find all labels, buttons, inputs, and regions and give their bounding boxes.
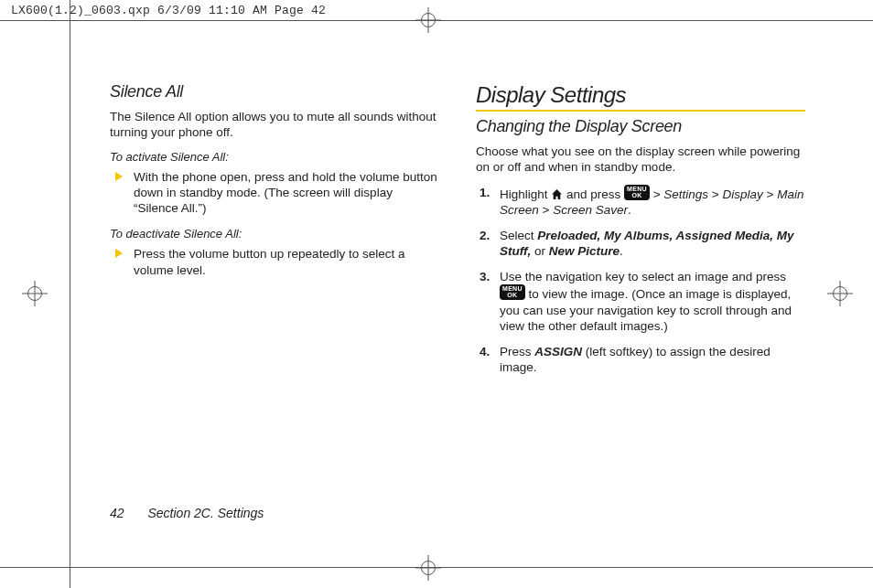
activate-step: With the phone open, press and hold the …	[110, 169, 439, 217]
col-right: Display Settings Changing the Display Sc…	[476, 82, 805, 385]
col-left: Silence All The Silence All option allow…	[110, 82, 439, 385]
path-settings: Settings	[663, 187, 708, 201]
step-1-text-a: Highlight	[500, 187, 551, 201]
page-body: Silence All The Silence All option allow…	[110, 82, 805, 385]
assign-key: ASSIGN	[534, 345, 582, 358]
display-intro: Choose what you see on the display scree…	[476, 144, 805, 176]
page-footer: 42 Section 2C. Settings	[110, 506, 264, 520]
activate-lead: To activate Silence All:	[110, 150, 439, 164]
page-number: 42	[110, 506, 124, 520]
step-2-last: New Picture	[549, 244, 620, 258]
heading-silence-all: Silence All	[110, 82, 439, 102]
step-3-b: to view the image. (Once an image is dis…	[500, 287, 792, 333]
step-3: Use the navigation key to select an imag…	[476, 269, 805, 335]
gt-1: >	[653, 187, 664, 201]
step-1-text-b: and press	[566, 187, 624, 201]
reg-mark-left	[22, 281, 48, 306]
section-label: Section 2C. Settings	[147, 506, 264, 520]
deactivate-step: Press the volume button up repeatedly to…	[110, 246, 439, 278]
menu-ok-key-icon: MENUOK	[624, 185, 650, 200]
step-1: Highlight and press MENUOK > Settings > …	[476, 185, 805, 219]
step-4: Press ASSIGN (left softkey) to assign th…	[476, 344, 805, 376]
gt-2: >	[712, 187, 723, 201]
menu-ok-key-icon-2: MENUOK	[500, 284, 525, 300]
step-2: Select Preloaded, My Albums, Assigned Me…	[476, 228, 805, 260]
reg-mark-bottom	[415, 555, 441, 581]
reg-mark-top	[415, 7, 441, 33]
silence-intro: The Silence All option allows you to mut…	[110, 109, 439, 141]
step-3-a: Use the navigation key to select an imag…	[500, 270, 786, 283]
deactivate-lead: To deactivate Silence All:	[110, 227, 439, 241]
crop-rule-left	[70, 0, 70, 588]
step-2-a: Select	[500, 229, 537, 242]
heading-display-settings: Display Settings	[476, 82, 805, 112]
gt-3: >	[767, 187, 778, 201]
path-display: Display	[723, 187, 763, 201]
steps-list: Highlight and press MENUOK > Settings > …	[476, 185, 805, 376]
heading-changing-display: Changing the Display Screen	[476, 117, 805, 136]
home-icon	[551, 188, 563, 199]
step-2-or: or	[534, 244, 549, 258]
crop-header: LX600(1.2)_0603.qxp 6/3/09 11:10 AM Page…	[11, 4, 326, 17]
period-1: .	[628, 203, 631, 217]
path-screen-saver: Screen Saver	[553, 203, 628, 217]
step-4-a: Press	[500, 345, 534, 358]
gt-4: >	[543, 203, 554, 217]
reg-mark-right	[827, 281, 853, 306]
period-2: .	[620, 244, 623, 258]
